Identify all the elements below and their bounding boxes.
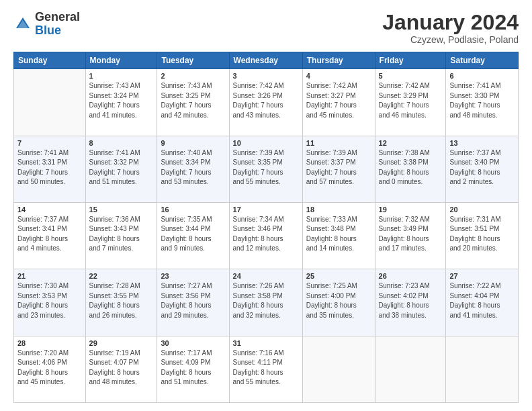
day-info: Sunrise: 7:43 AM Sunset: 3:25 PM Dayligh…	[161, 81, 225, 120]
calendar-week-row: 28Sunrise: 7:20 AM Sunset: 4:06 PM Dayli…	[14, 336, 519, 402]
calendar-cell: 27Sunrise: 7:22 AM Sunset: 4:04 PM Dayli…	[446, 269, 519, 336]
day-info: Sunrise: 7:22 AM Sunset: 4:04 PM Dayligh…	[449, 281, 515, 320]
day-number: 13	[449, 139, 515, 147]
calendar-cell: 26Sunrise: 7:23 AM Sunset: 4:02 PM Dayli…	[375, 269, 446, 336]
calendar-cell	[302, 336, 375, 402]
day-number: 16	[161, 205, 225, 214]
calendar-cell: 25Sunrise: 7:25 AM Sunset: 4:00 PM Dayli…	[302, 269, 375, 336]
logo-text: General Blue	[35, 11, 80, 38]
logo-icon	[13, 15, 32, 34]
day-number: 28	[17, 339, 82, 347]
day-number: 26	[379, 272, 443, 280]
day-info: Sunrise: 7:37 AM Sunset: 3:40 PM Dayligh…	[449, 148, 515, 187]
calendar-cell: 10Sunrise: 7:39 AM Sunset: 3:35 PM Dayli…	[229, 136, 302, 202]
day-number: 20	[449, 205, 515, 214]
day-number: 2	[161, 72, 225, 80]
calendar-cell: 17Sunrise: 7:34 AM Sunset: 3:46 PM Dayli…	[229, 202, 302, 269]
day-info: Sunrise: 7:41 AM Sunset: 3:30 PM Dayligh…	[449, 81, 515, 120]
day-info: Sunrise: 7:35 AM Sunset: 3:44 PM Dayligh…	[161, 215, 225, 254]
day-number: 6	[449, 72, 515, 80]
day-number: 5	[379, 72, 443, 80]
day-info: Sunrise: 7:33 AM Sunset: 3:48 PM Dayligh…	[306, 215, 371, 254]
header: General Blue January 2024 Czyzew, Podlas…	[13, 11, 519, 45]
day-number: 23	[161, 272, 225, 280]
day-info: Sunrise: 7:37 AM Sunset: 3:41 PM Dayligh…	[17, 215, 82, 254]
day-info: Sunrise: 7:27 AM Sunset: 3:56 PM Dayligh…	[161, 281, 225, 320]
day-number: 1	[89, 72, 154, 80]
th-wednesday: Wednesday	[229, 52, 302, 69]
calendar-cell: 28Sunrise: 7:20 AM Sunset: 4:06 PM Dayli…	[14, 336, 86, 402]
location-subtitle: Czyzew, Podlasie, Poland	[382, 34, 519, 45]
day-number: 12	[379, 139, 443, 147]
calendar-cell: 5Sunrise: 7:42 AM Sunset: 3:29 PM Daylig…	[375, 69, 446, 136]
day-number: 7	[17, 139, 82, 147]
day-info: Sunrise: 7:39 AM Sunset: 3:35 PM Dayligh…	[233, 148, 299, 187]
calendar-cell	[14, 69, 86, 136]
calendar-cell: 20Sunrise: 7:31 AM Sunset: 3:51 PM Dayli…	[446, 202, 519, 269]
calendar-cell: 4Sunrise: 7:42 AM Sunset: 3:27 PM Daylig…	[302, 69, 375, 136]
calendar-week-row: 21Sunrise: 7:30 AM Sunset: 3:53 PM Dayli…	[14, 269, 519, 336]
day-number: 17	[233, 205, 299, 214]
calendar-cell: 31Sunrise: 7:16 AM Sunset: 4:11 PM Dayli…	[229, 336, 302, 402]
day-number: 31	[233, 339, 299, 347]
day-number: 27	[449, 272, 515, 280]
calendar-week-row: 7Sunrise: 7:41 AM Sunset: 3:31 PM Daylig…	[14, 136, 519, 202]
day-number: 15	[89, 205, 154, 214]
month-title: January 2024	[382, 11, 519, 34]
calendar-cell: 9Sunrise: 7:40 AM Sunset: 3:34 PM Daylig…	[157, 136, 229, 202]
calendar-cell: 29Sunrise: 7:19 AM Sunset: 4:07 PM Dayli…	[85, 336, 157, 402]
calendar-cell: 1Sunrise: 7:43 AM Sunset: 3:24 PM Daylig…	[85, 69, 157, 136]
day-number: 14	[17, 205, 82, 214]
calendar-cell: 3Sunrise: 7:42 AM Sunset: 3:26 PM Daylig…	[229, 69, 302, 136]
day-info: Sunrise: 7:26 AM Sunset: 3:58 PM Dayligh…	[233, 281, 299, 320]
day-info: Sunrise: 7:32 AM Sunset: 3:49 PM Dayligh…	[379, 215, 443, 254]
day-number: 24	[233, 272, 299, 280]
day-info: Sunrise: 7:42 AM Sunset: 3:26 PM Dayligh…	[233, 81, 299, 120]
day-number: 25	[306, 272, 371, 280]
calendar-cell	[375, 336, 446, 402]
logo-blue: Blue	[35, 24, 61, 37]
th-monday: Monday	[85, 52, 157, 69]
day-info: Sunrise: 7:42 AM Sunset: 3:27 PM Dayligh…	[306, 81, 371, 120]
calendar-cell: 16Sunrise: 7:35 AM Sunset: 3:44 PM Dayli…	[157, 202, 229, 269]
th-friday: Friday	[375, 52, 446, 69]
day-number: 11	[306, 139, 371, 147]
day-info: Sunrise: 7:41 AM Sunset: 3:32 PM Dayligh…	[89, 148, 154, 187]
calendar-cell: 12Sunrise: 7:38 AM Sunset: 3:38 PM Dayli…	[375, 136, 446, 202]
day-number: 29	[89, 339, 154, 347]
day-info: Sunrise: 7:28 AM Sunset: 3:55 PM Dayligh…	[89, 281, 154, 320]
day-number: 10	[233, 139, 299, 147]
calendar-week-row: 1Sunrise: 7:43 AM Sunset: 3:24 PM Daylig…	[14, 69, 519, 136]
calendar-cell: 15Sunrise: 7:36 AM Sunset: 3:43 PM Dayli…	[85, 202, 157, 269]
calendar-cell: 24Sunrise: 7:26 AM Sunset: 3:58 PM Dayli…	[229, 269, 302, 336]
day-number: 3	[233, 72, 299, 80]
day-info: Sunrise: 7:42 AM Sunset: 3:29 PM Dayligh…	[379, 81, 443, 120]
calendar-cell: 11Sunrise: 7:39 AM Sunset: 3:37 PM Dayli…	[302, 136, 375, 202]
day-number: 18	[306, 205, 371, 214]
calendar-cell: 22Sunrise: 7:28 AM Sunset: 3:55 PM Dayli…	[85, 269, 157, 336]
header-row: Sunday Monday Tuesday Wednesday Thursday…	[14, 52, 519, 69]
day-info: Sunrise: 7:30 AM Sunset: 3:53 PM Dayligh…	[17, 281, 82, 320]
day-info: Sunrise: 7:36 AM Sunset: 3:43 PM Dayligh…	[89, 215, 154, 254]
day-number: 22	[89, 272, 154, 280]
day-number: 21	[17, 272, 82, 280]
th-thursday: Thursday	[302, 52, 375, 69]
calendar-cell: 19Sunrise: 7:32 AM Sunset: 3:49 PM Dayli…	[375, 202, 446, 269]
calendar-cell: 21Sunrise: 7:30 AM Sunset: 3:53 PM Dayli…	[14, 269, 86, 336]
calendar-cell: 6Sunrise: 7:41 AM Sunset: 3:30 PM Daylig…	[446, 69, 519, 136]
calendar-cell: 2Sunrise: 7:43 AM Sunset: 3:25 PM Daylig…	[157, 69, 229, 136]
day-number: 19	[379, 205, 443, 214]
day-info: Sunrise: 7:41 AM Sunset: 3:31 PM Dayligh…	[17, 148, 82, 187]
day-info: Sunrise: 7:17 AM Sunset: 4:09 PM Dayligh…	[161, 349, 225, 387]
calendar-cell: 14Sunrise: 7:37 AM Sunset: 3:41 PM Dayli…	[14, 202, 86, 269]
title-block: January 2024 Czyzew, Podlasie, Poland	[382, 11, 519, 45]
calendar-cell: 8Sunrise: 7:41 AM Sunset: 3:32 PM Daylig…	[85, 136, 157, 202]
day-info: Sunrise: 7:16 AM Sunset: 4:11 PM Dayligh…	[233, 349, 299, 387]
day-info: Sunrise: 7:43 AM Sunset: 3:24 PM Dayligh…	[89, 81, 154, 120]
day-info: Sunrise: 7:38 AM Sunset: 3:38 PM Dayligh…	[379, 148, 443, 187]
day-info: Sunrise: 7:39 AM Sunset: 3:37 PM Dayligh…	[306, 148, 371, 187]
day-number: 30	[161, 339, 225, 347]
th-sunday: Sunday	[14, 52, 86, 69]
day-number: 9	[161, 139, 225, 147]
calendar: Sunday Monday Tuesday Wednesday Thursday…	[13, 52, 519, 403]
